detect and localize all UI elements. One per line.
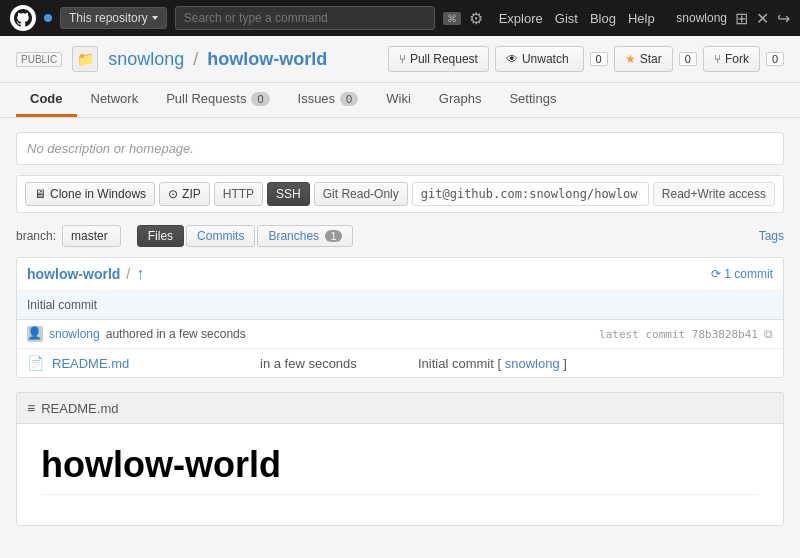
top-navigation: This repository ⌘ ⚙ Explore Gist Blog He…: [0, 0, 800, 36]
clone-url-input[interactable]: [412, 182, 649, 206]
star-button[interactable]: ★ Star: [614, 46, 673, 72]
unwatch-button[interactable]: 👁 Unwatch: [495, 46, 584, 72]
eye-icon: 👁: [506, 52, 518, 66]
ssh-button[interactable]: SSH: [267, 182, 310, 206]
clone-windows-button[interactable]: 🖥 Clone in Windows: [25, 182, 155, 206]
unwatch-count: 0: [590, 52, 608, 66]
repo-tabs: Code Network Pull Requests 0 Issues 0 Wi…: [0, 83, 800, 118]
commit-hash: latest commit 78b3828b41: [599, 328, 758, 341]
readme-header: ≡ README.md: [17, 393, 783, 424]
top-nav-links: Explore Gist Blog Help: [499, 11, 655, 26]
repo-description: No description or homepage.: [16, 132, 784, 165]
readme-section: ≡ README.md howlow-world: [16, 392, 784, 526]
windows-icon: 🖥: [34, 187, 46, 201]
fork-icon: ⑂: [714, 52, 721, 66]
tags-link[interactable]: Tags: [759, 229, 784, 243]
file-document-icon: 📄: [27, 355, 44, 371]
nav-username: snowlong: [676, 11, 727, 25]
power-button[interactable]: ↪: [777, 9, 790, 28]
author-avatar: 👤: [27, 326, 43, 342]
readme-body: howlow-world: [17, 424, 783, 525]
clone-bar: 🖥 Clone in Windows ⊙ ZIP HTTP SSH Git Re…: [16, 175, 784, 213]
issues-badge: 0: [340, 92, 358, 106]
nav-indicator: [44, 14, 52, 22]
readme-title: howlow-world: [41, 444, 759, 495]
table-row: 📄 README.md in a few seconds Initial com…: [17, 349, 783, 377]
file-commit-msg: Initial commit [ snowlong ]: [418, 356, 773, 371]
branch-bar: branch: master Files Commits Branches 1 …: [16, 225, 784, 247]
zip-icon: ⊙: [168, 187, 178, 201]
files-nav-button[interactable]: Files: [137, 225, 184, 247]
pull-request-button[interactable]: ⑂ Pull Request: [388, 46, 489, 72]
commits-nav-button[interactable]: Commits: [186, 225, 255, 247]
http-button[interactable]: HTTP: [214, 182, 263, 206]
pull-requests-badge: 0: [251, 92, 269, 106]
tab-settings[interactable]: Settings: [495, 83, 570, 117]
file-time: in a few seconds: [260, 356, 410, 371]
tab-graphs[interactable]: Graphs: [425, 83, 496, 117]
repo-subheader: PUBLIC 📁 snowlong / howlow-world ⑂ Pull …: [0, 36, 800, 83]
zip-button[interactable]: ⊙ ZIP: [159, 182, 210, 206]
branches-nav-button[interactable]: Branches 1: [257, 225, 352, 247]
explore-link[interactable]: Explore: [499, 11, 543, 26]
owner-link[interactable]: snowlong: [108, 49, 184, 69]
nav-right-section: snowlong ⊞ ✕ ↪: [676, 9, 790, 28]
tab-wiki[interactable]: Wiki: [372, 83, 425, 117]
blog-link[interactable]: Blog: [590, 11, 616, 26]
fork-count: 0: [766, 52, 784, 66]
github-logo: [10, 5, 36, 31]
access-badge: Read+Write access: [653, 182, 775, 206]
dropdown-caret-icon: [152, 16, 158, 20]
gear-icon[interactable]: ⚙: [469, 9, 483, 28]
tab-issues[interactable]: Issues 0: [284, 83, 373, 117]
repo-title: snowlong / howlow-world: [108, 49, 327, 70]
branches-count-badge: 1: [325, 230, 341, 242]
search-shortcut: ⌘: [443, 12, 461, 25]
star-count: 0: [679, 52, 697, 66]
copy-hash-icon[interactable]: ⧉: [764, 327, 773, 341]
gist-link[interactable]: Gist: [555, 11, 578, 26]
repo-context-button[interactable]: This repository: [60, 7, 167, 29]
branch-selector[interactable]: master: [62, 225, 121, 247]
repo-path-sep: /: [126, 266, 130, 282]
repo-icon: 📁: [72, 46, 98, 72]
branch-nav-buttons: Files Commits Branches 1: [137, 225, 353, 247]
pull-request-icon: ⑂: [399, 52, 406, 66]
tab-network[interactable]: Network: [77, 83, 153, 117]
tab-code[interactable]: Code: [16, 83, 77, 117]
file-name-link[interactable]: README.md: [52, 356, 252, 371]
file-section: howlow-world / ↑ ⟳ 1 commit Initial comm…: [16, 257, 784, 378]
git-readonly-button[interactable]: Git Read-Only: [314, 182, 408, 206]
repo-name-link[interactable]: howlow-world: [207, 49, 327, 69]
crossed-tools-button[interactable]: ✕: [756, 9, 769, 28]
repo-path-link[interactable]: howlow-world: [27, 266, 120, 282]
star-icon: ★: [625, 52, 636, 66]
branch-label-text: branch:: [16, 229, 56, 243]
file-commit-author-link[interactable]: snowlong: [505, 356, 560, 371]
help-link[interactable]: Help: [628, 11, 655, 26]
main-content: No description or homepage. 🖥 Clone in W…: [0, 118, 800, 540]
title-separator: /: [193, 49, 198, 69]
author-name-link[interactable]: snowlong: [49, 327, 100, 341]
up-folder-icon[interactable]: ↑: [136, 265, 144, 283]
public-badge: PUBLIC: [16, 52, 62, 67]
search-input[interactable]: [175, 6, 435, 30]
commit-count-link[interactable]: ⟳ 1 commit: [711, 267, 773, 281]
commit-message-row: Initial commit: [17, 291, 783, 320]
readme-file-icon: ≡: [27, 400, 35, 416]
tab-pull-requests[interactable]: Pull Requests 0: [152, 83, 283, 117]
commit-author-row: 👤 snowlong authored in a few seconds lat…: [17, 320, 783, 349]
fork-button[interactable]: ⑂ Fork: [703, 46, 760, 72]
notifications-button[interactable]: ⊞: [735, 9, 748, 28]
file-section-header: howlow-world / ↑ ⟳ 1 commit: [17, 258, 783, 291]
repo-actions: ⑂ Pull Request 👁 Unwatch 0 ★ Star 0 ⑂ Fo…: [388, 46, 784, 72]
